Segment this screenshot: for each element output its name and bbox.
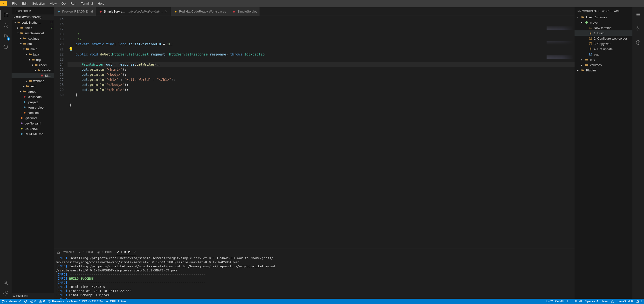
status-lang[interactable]: Java	[602, 300, 608, 303]
ws-item-plugins[interactable]: ▸Plugins	[574, 68, 632, 73]
panel-tab-1-build[interactable]: 1. Build	[78, 248, 93, 256]
che-logo[interactable]	[0, 1, 7, 6]
folder-codeli…[interactable]: ▾codeli…	[12, 62, 54, 68]
status-eol[interactable]: LF	[567, 300, 570, 303]
activity-search-icon[interactable]	[0, 20, 12, 31]
menu-help[interactable]: Help	[95, 2, 106, 5]
status-mem[interactable]: Mem: 1.13/4.77 GB 23%	[67, 300, 103, 303]
folder-webapp[interactable]: ▸webapp	[12, 78, 54, 84]
tab-label: SimpleServlet	[237, 10, 257, 13]
svg-point-20	[175, 10, 176, 12]
panel-tab-1-build[interactable]: 1. Build	[97, 248, 112, 256]
right-list-icon[interactable]	[632, 10, 644, 19]
status-branch[interactable]: codeready*	[2, 300, 21, 303]
activity-settings-icon[interactable]	[0, 288, 12, 299]
ws-item-1-build[interactable]: 1. Build	[574, 30, 632, 36]
timeline-header[interactable]: ▸ TIMELINE	[12, 294, 54, 299]
tab-red-hat-codeready-workspaces[interactable]: Red Hat CodeReady Workspaces	[171, 7, 229, 16]
status-cpu[interactable]: CPU: 119 m	[106, 300, 126, 303]
right-plug-icon[interactable]	[632, 24, 644, 33]
status-previews[interactable]: Previews	[48, 300, 64, 303]
file-README.md[interactable]: README.md	[12, 131, 54, 136]
warning-icon	[57, 250, 60, 254]
folder-simple-servlet[interactable]: ▾simple-servlet	[12, 30, 54, 36]
workspace-header[interactable]: ▾ CHE (WORKSPACE)	[12, 14, 54, 20]
file-Sim…[interactable]: JSim…	[12, 73, 54, 78]
right-cube-icon[interactable]	[632, 38, 644, 47]
menu-edit[interactable]: Edit	[20, 2, 30, 5]
file-.project[interactable]: .project	[12, 100, 54, 105]
menu-view[interactable]: View	[48, 2, 59, 5]
panel-tab-1-build[interactable]: 1. Build✕	[116, 248, 136, 256]
file-devfile.yaml[interactable]: devfile.yaml	[12, 121, 54, 126]
folder-src[interactable]: ▾src	[12, 41, 54, 46]
file-.classpath[interactable]: .classpath	[12, 94, 54, 100]
close-icon[interactable]: ✕	[165, 10, 168, 13]
status-indent[interactable]: Spaces: 4	[586, 300, 598, 303]
git-icon	[20, 116, 24, 120]
status-position[interactable]: Ln 21, Col 48	[546, 300, 564, 303]
ws-item-4-hot-update[interactable]: 4. Hot update	[574, 46, 632, 52]
ws-item-maven[interactable]: ▾maven	[574, 20, 632, 25]
activity-debug-icon[interactable]	[0, 42, 12, 52]
menu-terminal[interactable]: Terminal	[79, 2, 95, 5]
svg-text:J: J	[234, 11, 234, 12]
editor-gutter: 15161718192021222324252627282930💡	[54, 16, 68, 248]
file-pom.xml[interactable]: pom.xml	[12, 110, 54, 115]
menu-go[interactable]: Go	[59, 2, 68, 5]
folder-target[interactable]: ▸target	[12, 89, 54, 94]
tab-simpleservlet-java[interactable]: JSimpleServlet.java.../org/codelikethewi…	[96, 7, 171, 16]
gear-icon	[588, 47, 592, 51]
menu-selection[interactable]: Selection	[30, 2, 47, 5]
file-LICENSE[interactable]: LICENSE	[12, 126, 54, 131]
ws-item-label: 1. Build	[594, 31, 604, 35]
folder-.settings[interactable]: ▸.settings	[12, 36, 54, 41]
activity-explorer-icon[interactable]	[0, 10, 12, 20]
tab-label: SimpleServlet.java	[104, 10, 126, 13]
editor-body[interactable]: 15161718192021222324252627282930💡 * */ p…	[54, 16, 574, 248]
panel-tab-label: 1. Build	[83, 250, 93, 254]
folder-.theia[interactable]: ▸.theiaU	[12, 25, 54, 30]
folder-test[interactable]: ▸test	[12, 84, 54, 89]
menu-run[interactable]: Run	[68, 2, 79, 5]
readme-icon	[20, 132, 24, 136]
close-icon[interactable]: ✕	[134, 250, 136, 254]
editor-code[interactable]: * */ private static final long serialVer…	[68, 16, 574, 248]
folder-org[interactable]: ▾org	[12, 57, 54, 62]
panel-tabs: Problems1. Build1. Build1. Build✕	[54, 248, 574, 256]
status-bell[interactable]: 2	[636, 300, 642, 303]
file-.tern-project[interactable]: .tern-project	[12, 105, 54, 110]
ws-item-2-configure-web-server[interactable]: 2. Configure web server	[574, 36, 632, 41]
tab-preview-readme-md[interactable]: Preview README.md	[54, 7, 96, 16]
file-.gitignore[interactable]: .gitignore	[12, 115, 54, 121]
ws-item-env[interactable]: ▸env	[574, 57, 632, 62]
folder-codelikethe…[interactable]: ▾codelikethe…U	[12, 20, 54, 25]
activity-scm-icon[interactable]: 1	[0, 31, 12, 42]
tab-simpleservlet[interactable]: JSimpleServlet	[229, 7, 260, 16]
md-icon	[57, 10, 61, 14]
status-warnings[interactable]: 0	[39, 300, 45, 303]
ws-item-new-terminal[interactable]: New terminal	[574, 25, 632, 30]
activity-account-icon[interactable]	[0, 278, 12, 288]
folder-icon	[17, 20, 21, 24]
status-errors[interactable]: 0	[30, 300, 36, 303]
status-thumbs-icon[interactable]	[611, 300, 614, 303]
ws-item-3-copy-war[interactable]: 3. Copy war	[574, 41, 632, 46]
folder-servlet[interactable]: ▾servlet	[12, 68, 54, 73]
panel-terminal-output[interactable]: [INFO] Installing /projects/codelikethew…	[54, 256, 574, 299]
folder-main[interactable]: ▾main	[12, 46, 54, 52]
license-icon	[20, 127, 24, 130]
terminal-icon	[588, 26, 592, 30]
folder-java[interactable]: ▾java	[12, 52, 54, 57]
ws-item-user-runtimes[interactable]: ▾User Runtimes	[574, 14, 632, 20]
tree-label: codelikethe…	[22, 21, 50, 24]
ws-item-eap[interactable]: eap	[574, 52, 632, 57]
ws-item-volumes[interactable]: ▸volumes	[574, 62, 632, 68]
ws-item-label: User Runtimes	[586, 16, 607, 19]
panel-tab-problems[interactable]: Problems	[57, 248, 74, 256]
menu-file[interactable]: File	[10, 2, 20, 5]
status-encoding[interactable]: UTF-8	[574, 300, 582, 303]
status-java-ver[interactable]: JavaSE-1.8	[618, 300, 633, 303]
status-sync-icon[interactable]	[24, 300, 27, 303]
folder-icon	[31, 58, 35, 62]
